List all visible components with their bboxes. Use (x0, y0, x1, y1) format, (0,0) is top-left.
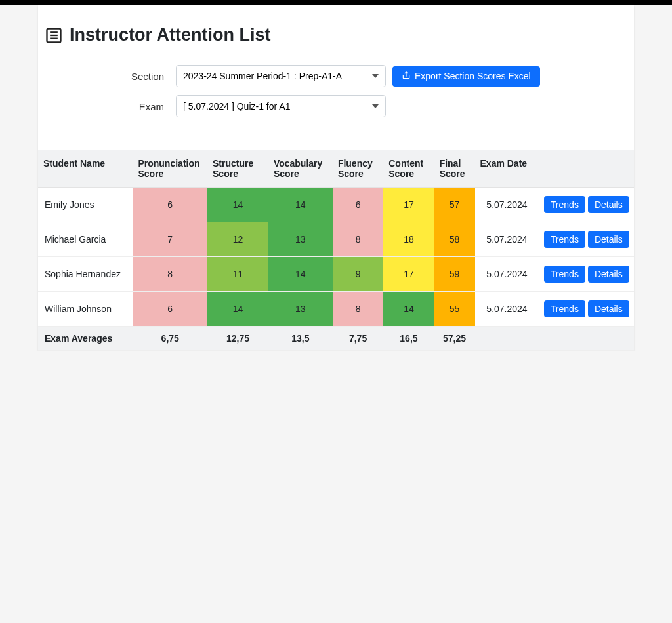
trends-button[interactable]: Trends (544, 196, 585, 213)
avg-pron: 6,75 (133, 327, 207, 351)
avg-vocab: 13,5 (268, 327, 333, 351)
table-row: Michael Garcia71213818585.07.2024TrendsD… (38, 222, 634, 257)
trends-button[interactable]: Trends (544, 300, 585, 317)
exam-select[interactable]: [ 5.07.2024 ] Quiz-1 for A1 (176, 95, 386, 117)
col-struct: Structure Score (207, 150, 268, 188)
col-fluency: Fluency Score (333, 150, 383, 188)
section-label: Section (38, 71, 176, 82)
table-row: Emily Jones61414617575.07.2024TrendsDeta… (38, 188, 634, 222)
share-icon (402, 71, 411, 82)
col-pron: Pronunciation Score (133, 150, 207, 188)
avg-struct: 12,75 (207, 327, 268, 351)
col-content: Content Score (383, 150, 434, 188)
list-icon (45, 26, 63, 45)
main-card: Instructor Attention List Section 2023-2… (38, 5, 634, 351)
export-button[interactable]: Export Section Scores Excel (392, 66, 540, 87)
trends-button[interactable]: Trends (544, 266, 585, 283)
avg-fluency: 7,75 (333, 327, 383, 351)
col-final: Final Score (434, 150, 475, 188)
scores-table: Student Name Pronunciation Score Structu… (38, 150, 634, 351)
col-vocab: Vocabulary Score (268, 150, 333, 188)
page-title-text: Instructor Attention List (70, 25, 270, 45)
details-button[interactable]: Details (588, 231, 629, 248)
avg-content: 16,5 (383, 327, 434, 351)
export-button-label: Export Section Scores Excel (415, 71, 531, 81)
page-title: Instructor Attention List (45, 25, 627, 45)
table-row: Sophia Hernandez81114917595.07.2024Trend… (38, 257, 634, 292)
col-student: Student Name (38, 150, 133, 188)
averages-row: Exam Averages 6,75 12,75 13,5 7,75 16,5 … (38, 327, 634, 351)
section-select[interactable]: 2023-24 Summer Period-1 : Prep-A1-A (176, 65, 386, 87)
details-button[interactable]: Details (588, 266, 629, 283)
details-button[interactable]: Details (588, 300, 629, 317)
trends-button[interactable]: Trends (544, 231, 585, 248)
exam-label: Exam (38, 101, 176, 112)
details-button[interactable]: Details (588, 196, 629, 213)
avg-final: 57,25 (434, 327, 475, 351)
avg-label: Exam Averages (38, 327, 133, 351)
table-row: William Johnson61413814555.07.2024Trends… (38, 292, 634, 327)
col-date: Exam Date (475, 150, 539, 188)
